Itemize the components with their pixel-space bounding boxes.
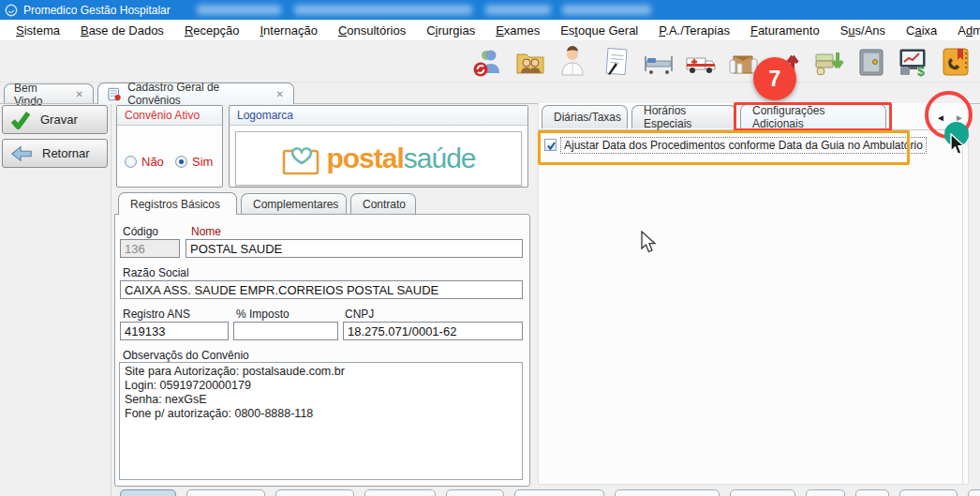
label-part: ministração bbox=[973, 23, 980, 38]
radio-nao-label: Não bbox=[141, 155, 164, 169]
bottom-tab-stub[interactable] bbox=[514, 489, 604, 496]
tab-configuracoes-adicionais[interactable]: Configurações Adicionais bbox=[740, 104, 886, 129]
close-icon[interactable]: ✕ bbox=[76, 89, 83, 99]
redacted-version-text bbox=[197, 5, 281, 15]
menu-item-sistema[interactable]: Sistema bbox=[6, 21, 70, 40]
bottom-tab-stub[interactable] bbox=[730, 489, 795, 496]
radio-icon[interactable] bbox=[125, 156, 137, 168]
expense-down-icon[interactable] bbox=[812, 45, 846, 79]
window-title: Promedico Gestão Hospitalar bbox=[23, 4, 171, 17]
radio-sim[interactable]: Sim bbox=[175, 155, 213, 169]
bottom-tab-stub[interactable] bbox=[446, 489, 504, 496]
tab-diarias-taxas[interactable]: Diárias/Taxas bbox=[542, 105, 628, 128]
tab-horarios-especiais[interactable]: Horários Especiais bbox=[631, 105, 736, 128]
svg-text:$: $ bbox=[917, 64, 925, 79]
tab-label: Horários Especiais bbox=[644, 104, 724, 130]
ajustar-data-checkbox-label: Ajustar Data dos Procedimentos conforme … bbox=[560, 137, 927, 154]
registro-ans-label: Registro ANS bbox=[123, 308, 190, 321]
bottom-tab-stub[interactable] bbox=[615, 489, 720, 496]
supplies-icon[interactable] bbox=[726, 45, 760, 79]
label-part: .A./Terapias bbox=[665, 23, 730, 38]
menu-bar: Sistema Base de Dados Recepção Internaçã… bbox=[0, 20, 980, 40]
logomarca-group: Logomarca postalsaúde bbox=[229, 105, 528, 188]
doctor-icon[interactable] bbox=[556, 45, 589, 79]
label-part: rurgias bbox=[438, 23, 475, 38]
cnpj-input[interactable] bbox=[343, 322, 523, 340]
ajustar-data-checkbox[interactable] bbox=[544, 139, 557, 151]
radio-nao[interactable]: Não bbox=[125, 155, 164, 169]
codigo-label: Código bbox=[123, 225, 158, 238]
contract-icon[interactable] bbox=[600, 45, 633, 79]
subtab-registros-basicos[interactable]: Registros Básicos bbox=[118, 192, 237, 215]
menu-item-cirurgias[interactable]: Cirurgias bbox=[416, 21, 485, 40]
label-part: A bbox=[958, 23, 966, 38]
redacted-user-text bbox=[485, 5, 551, 15]
menu-item-internacao[interactable]: Internação bbox=[249, 21, 327, 40]
label-part: F bbox=[750, 23, 758, 38]
tab-scroll-right-icon[interactable]: ► bbox=[955, 113, 964, 123]
label-part: E bbox=[496, 23, 504, 38]
sync-user-icon[interactable] bbox=[470, 45, 504, 79]
radio-sim-label: Sim bbox=[192, 155, 213, 169]
return-button[interactable]: Retornar bbox=[2, 139, 108, 168]
bottom-tab-stub[interactable] bbox=[968, 489, 980, 496]
registro-ans-input[interactable] bbox=[120, 322, 229, 340]
logo-text-bold: postal bbox=[326, 143, 403, 174]
menu-item-pa-terapias[interactable]: P.A./Terapias bbox=[648, 21, 740, 40]
close-icon[interactable]: ✕ bbox=[276, 89, 284, 99]
cnpj-label: CNPJ bbox=[345, 308, 374, 321]
subtab-complementares[interactable]: Complementares bbox=[241, 193, 347, 215]
menu-item-recepcao[interactable]: Recepção bbox=[174, 21, 250, 40]
checkmark-icon bbox=[546, 141, 557, 151]
menu-item-faturamento[interactable]: Faturamento bbox=[740, 21, 830, 40]
label-part: xames bbox=[504, 23, 540, 38]
arrow-left-icon bbox=[10, 144, 33, 163]
label-part: S bbox=[16, 23, 24, 38]
bottom-tab-stub[interactable] bbox=[855, 489, 889, 496]
label-part: R bbox=[185, 23, 193, 38]
phonebook-icon[interactable] bbox=[939, 45, 973, 79]
ambulance-icon[interactable] bbox=[684, 45, 718, 79]
label-part: a bbox=[914, 23, 921, 38]
menu-item-sus-ans[interactable]: Sus/Ans bbox=[830, 21, 896, 40]
subtab-label: Complementares bbox=[253, 198, 338, 211]
folder-users-icon[interactable] bbox=[513, 45, 547, 79]
codigo-input[interactable] bbox=[120, 239, 180, 258]
observacoes-label: Observaçõs do Convênio bbox=[123, 349, 249, 362]
observacoes-textarea[interactable]: Site para Autorização: postalsaude.com.b… bbox=[119, 362, 523, 480]
bottom-tab-stub[interactable] bbox=[120, 489, 176, 496]
menu-item-administracao[interactable]: Administração bbox=[947, 21, 980, 40]
subtab-contrato[interactable]: Contrato bbox=[350, 193, 416, 215]
safe-icon[interactable] bbox=[854, 45, 888, 79]
bottom-tab-stub[interactable] bbox=[899, 489, 958, 496]
label-part: nternação bbox=[263, 23, 318, 38]
save-button[interactable]: Gravar bbox=[2, 105, 108, 134]
tab-bem-vindo[interactable]: Bem Vindo ✕ bbox=[4, 83, 94, 104]
bottom-tab-stub[interactable] bbox=[275, 489, 354, 496]
redacted-date-text bbox=[562, 5, 651, 15]
label-part: istema bbox=[24, 23, 60, 38]
bottom-tab-stub[interactable] bbox=[186, 489, 265, 496]
sidebar-divider bbox=[111, 103, 111, 496]
radio-icon[interactable] bbox=[175, 156, 187, 168]
tab-label: Configurações Adicionais bbox=[752, 104, 874, 130]
label-part: C bbox=[426, 23, 435, 38]
razao-social-input[interactable] bbox=[120, 280, 523, 299]
tab-cadastro-geral-convenios[interactable]: Cadastro Geral de Convênios ✕ bbox=[97, 83, 294, 104]
menu-item-exames[interactable]: Exames bbox=[485, 21, 550, 40]
revenue-up-icon[interactable] bbox=[768, 45, 802, 79]
menu-item-estoque-geral[interactable]: Estoque Geral bbox=[550, 21, 648, 40]
label-part: B bbox=[81, 23, 89, 38]
menu-item-base-de-dados[interactable]: Base de Dados bbox=[70, 21, 174, 40]
bottom-tab-stub[interactable] bbox=[364, 489, 436, 496]
tab-scroll-left-icon[interactable]: ◄ bbox=[936, 113, 945, 123]
menu-item-caixa[interactable]: Caixa bbox=[896, 21, 947, 40]
label-part: ase de Dados bbox=[89, 23, 164, 38]
logo-text-light: saúde bbox=[404, 143, 476, 174]
finance-chart-icon[interactable]: $ bbox=[897, 45, 930, 79]
imposto-input[interactable] bbox=[233, 322, 338, 340]
menu-item-consultorios[interactable]: Consultórios bbox=[328, 21, 416, 40]
hospital-bed-icon[interactable] bbox=[642, 45, 676, 79]
nome-input[interactable] bbox=[186, 239, 523, 258]
bottom-tab-stub[interactable] bbox=[806, 489, 845, 496]
